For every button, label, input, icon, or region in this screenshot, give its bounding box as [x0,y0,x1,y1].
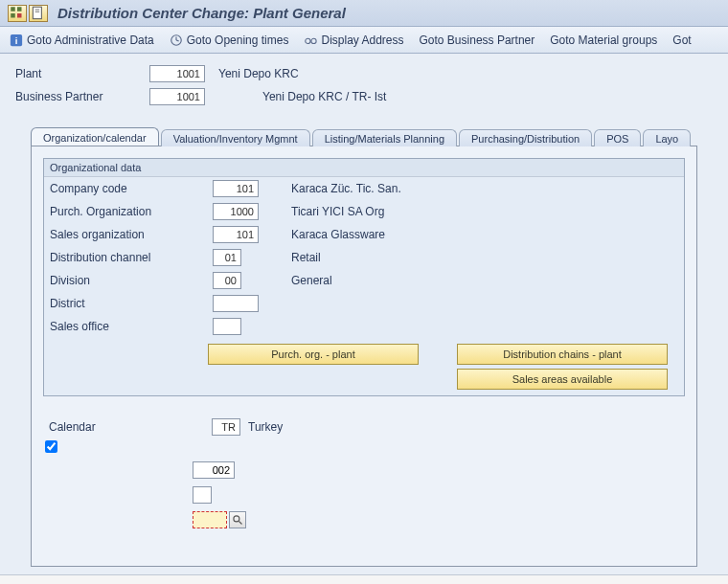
extra-input-2[interactable] [193,486,212,504]
sales-areas-button[interactable]: Sales areas available [457,369,668,390]
purch-org-row: Purch. Organization Ticari YICI SA Org [44,200,684,223]
company-code-label: Company code [50,182,213,195]
svg-rect-3 [17,13,22,18]
extra-input-1[interactable] [193,461,235,479]
svg-rect-0 [11,7,15,11]
plant-input[interactable] [149,65,205,82]
calendar-desc: Turkey [248,420,283,434]
tab-pos[interactable]: POS [594,129,641,146]
grid-icon [9,5,26,22]
company-code-row: Company code Karaca Züc. Tic. San. [44,177,684,200]
purch-org-label: Purch. Organization [50,205,213,218]
calendar-label: Calendar [49,420,212,434]
clock-icon [170,34,183,47]
sales-org-row: Sales organization Karaca Glassware [44,223,684,246]
bp-desc: Yeni Depo KRC / TR- Ist [262,90,386,103]
extra-inputs [43,458,685,532]
plant-label: Plant [15,67,149,80]
company-code-input[interactable] [213,180,259,197]
goto-material-button[interactable]: Goto Material groups [550,34,657,47]
display-address-button[interactable]: Display Address [304,34,403,47]
calendar-row: Calendar Turkey [43,416,685,438]
org-buttons: Purch. org. - plant Distribution chains … [44,338,684,395]
svg-point-13 [311,38,316,43]
org-data-group: Organizational data Company code Karaca … [43,158,685,396]
district-row: District [44,292,684,315]
extra-input-3-focused[interactable] [193,511,227,528]
title-icon-group [8,5,48,22]
search-icon [232,514,243,526]
svg-line-11 [176,40,179,41]
document-icon [30,5,47,22]
toolbar-label: Display Address [321,34,403,47]
division-input[interactable] [213,272,241,289]
purch-org-desc: Ticari YICI SA Org [291,205,384,218]
checkbox-row [43,438,685,458]
goto-opening-button[interactable]: Goto Opening times [170,34,289,47]
sales-org-label: Sales organization [50,228,213,241]
sales-office-label: Sales office [50,320,213,333]
toolbar-label: Got [672,34,691,47]
svg-rect-5 [35,9,40,10]
calendar-input[interactable] [212,418,240,436]
district-input[interactable] [213,295,259,312]
dist-chains-button[interactable]: Distribution chains - plant [457,344,668,365]
company-code-desc: Karaca Züc. Tic. San. [291,182,401,195]
search-help-button[interactable] [229,511,246,528]
info-icon: i [10,34,23,47]
tab-layout[interactable]: Layo [643,129,691,146]
tab-organization[interactable]: Organization/calendar [31,127,159,146]
dist-channel-label: Distribution channel [50,251,213,264]
goto-admin-button[interactable]: i Goto Administrative Data [10,34,154,47]
division-label: Division [50,274,213,287]
page-title: Distribution Center Change: Plant Genera… [57,5,346,21]
dist-channel-row: Distribution channel Retail [44,246,684,269]
goto-more-button[interactable]: Got [672,34,691,47]
bp-input[interactable] [149,88,205,105]
toolbar-label: Goto Opening times [187,34,289,47]
division-row: Division General [44,269,684,292]
dist-channel-desc: Retail [291,251,321,264]
bp-row: Business Partner Yeni Depo KRC / TR- Ist [15,88,713,105]
purch-org-plant-button[interactable]: Purch. org. - plant [208,344,419,365]
tab-listing[interactable]: Listing/Materials Planning [312,129,457,146]
division-desc: General [291,274,332,287]
tab-content: Organizational data Company code Karaca … [31,146,697,567]
svg-point-15 [234,516,239,522]
goto-bp-button[interactable]: Goto Business Partner [420,34,535,47]
checkbox-1[interactable] [45,440,57,453]
sales-office-input[interactable] [213,318,241,335]
tab-valuation[interactable]: Valuation/Inventory Mgmnt [161,129,310,146]
svg-rect-4 [33,7,41,18]
svg-point-12 [306,38,310,43]
sales-office-row: Sales office [44,315,684,338]
plant-desc: Yeni Depo KRC [218,67,299,80]
plant-row: Plant Yeni Depo KRC [15,65,713,82]
org-data-title: Organizational data [44,159,684,177]
dist-channel-input[interactable] [213,249,241,266]
toolbar-label: Goto Material groups [550,34,657,47]
copy-icon-button[interactable] [29,5,48,22]
svg-line-16 [239,522,242,525]
purch-org-input[interactable] [213,203,259,220]
toolbar-label: Goto Administrative Data [27,34,154,47]
svg-rect-2 [11,13,15,18]
svg-rect-6 [35,11,40,11]
sales-org-desc: Karaca Glassware [291,228,385,241]
sales-org-input[interactable] [213,226,259,243]
toolbar: i Goto Administrative Data Goto Opening … [0,27,728,54]
district-label: District [50,297,213,310]
svg-text:i: i [15,34,18,45]
svg-rect-1 [17,7,22,11]
title-bar: Distribution Center Change: Plant Genera… [0,0,728,27]
bp-label: Business Partner [15,90,149,103]
glasses-icon [304,34,317,47]
toolbar-label: Goto Business Partner [420,34,535,47]
tab-strip: Organization/calendar Valuation/Inventor… [15,124,713,146]
create-icon-button[interactable] [8,5,27,22]
tab-purchasing[interactable]: Purchasing/Distribution [459,129,592,146]
header-area: Plant Yeni Depo KRC Business Partner Yen… [0,54,728,575]
